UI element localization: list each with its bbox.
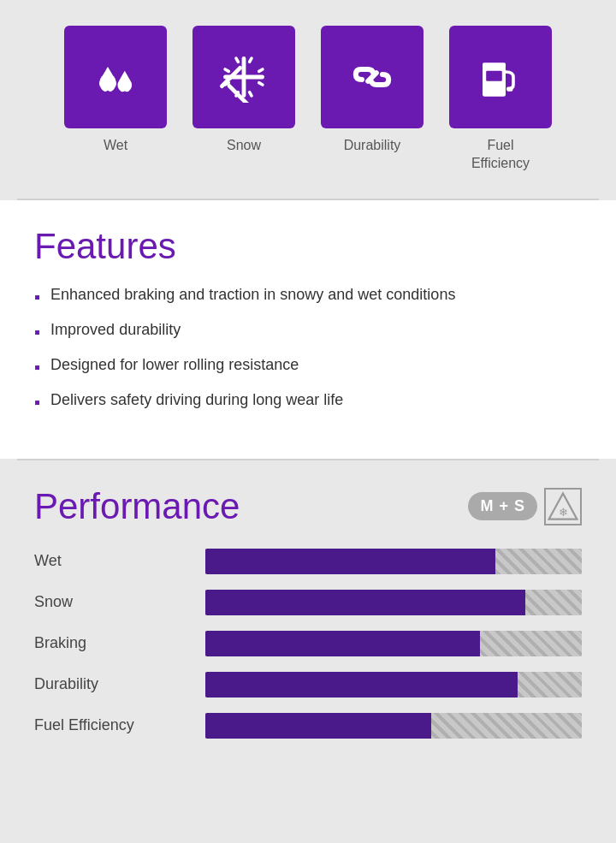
list-item: ▪ Enhanced braking and traction in snowy… [34,284,582,309]
bullet-icon: ▪ [34,320,40,344]
perf-row-wet: Wet [34,549,582,574]
performance-header: Performance M + S ❄ [34,486,582,527]
icon-item-durability: Durability [321,26,424,155]
svg-rect-10 [223,68,231,74]
perf-bar-fill-wet [205,549,495,574]
perf-row-snow: Snow [34,590,582,615]
perf-label-fuel: Fuel Efficiency [34,716,205,734]
svg-rect-13 [257,80,264,86]
svg-rect-18 [483,62,506,68]
svg-rect-16 [486,71,502,81]
list-item: ▪ Designed for lower rolling resistance [34,354,582,379]
bullet-icon: ▪ [34,390,40,414]
features-list: ▪ Enhanced braking and traction in snowy… [34,284,582,414]
svg-rect-9 [247,90,253,98]
fuel-icon [475,51,526,103]
perf-bar-fuel [205,713,582,739]
snow-label: Snow [227,137,261,155]
performance-title: Performance [34,486,240,527]
perf-label-durability: Durability [34,675,205,693]
durability-icon-box [321,26,424,128]
svg-line-14 [368,73,376,81]
fuel-icon-box [449,26,552,128]
perf-bar-braking [205,631,582,656]
wet-label: Wet [104,137,127,155]
svg-text:❄: ❄ [559,506,568,519]
perf-bar-durability [205,672,582,698]
link-icon [346,51,398,103]
perf-bar-fill-fuel [205,713,431,739]
feature-text: Designed for lower rolling resistance [50,354,299,376]
perf-bar-wet [205,549,582,574]
icon-item-wet: Wet [64,26,167,155]
perf-bar-fill-snow [205,590,525,615]
snowflake-icon [218,51,270,103]
bullet-icon: ▪ [34,355,40,379]
svg-rect-11 [257,68,264,74]
mountain-snowflake-badge: ❄ [544,488,582,525]
ms-badge: M + S [468,492,537,520]
feature-text: Delivers safety driving during long wear… [50,389,343,411]
svg-rect-6 [234,56,240,64]
perf-bar-fill-durability [205,672,518,698]
perf-bar-snow [205,590,582,615]
bullet-icon: ▪ [34,285,40,309]
feature-text: Enhanced braking and traction in snowy a… [50,284,455,306]
performance-badges: M + S ❄ [468,488,582,525]
wet-icon-box [64,26,167,128]
icon-item-fuel: FuelEfficiency [449,26,552,173]
features-section: Features ▪ Enhanced braking and traction… [0,200,616,459]
svg-rect-17 [506,87,512,92]
feature-text: Improved durability [50,319,181,341]
perf-label-snow: Snow [34,593,205,611]
fuel-label: FuelEfficiency [471,137,530,173]
list-item: ▪ Delivers safety driving during long we… [34,389,582,414]
features-title: Features [34,226,582,267]
perf-label-wet: Wet [34,552,205,570]
perf-row-braking: Braking [34,631,582,656]
icons-section: Wet Snow [0,0,616,199]
droplets-icon [90,51,141,103]
perf-row-durability: Durability [34,672,582,698]
durability-label: Durability [344,137,401,155]
svg-rect-7 [247,56,253,64]
performance-section: Performance M + S ❄ Wet Snow Braking [0,460,616,788]
list-item: ▪ Improved durability [34,319,582,344]
perf-bar-fill-braking [205,631,480,656]
perf-row-fuel: Fuel Efficiency [34,713,582,739]
mountain-snowflake-icon: ❄ [546,488,580,525]
snow-icon-box [192,26,295,128]
perf-label-braking: Braking [34,634,205,652]
icon-item-snow: Snow [192,26,295,155]
